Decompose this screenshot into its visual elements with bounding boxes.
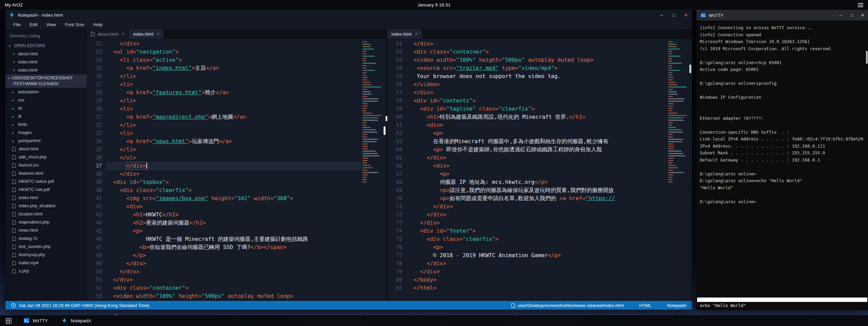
- code-area[interactable]: </div> <ul id="navigation"> <li class="a…: [107, 40, 361, 301]
- code-line[interactable]: <div class="clearfix">: [107, 186, 361, 194]
- notepada-titlebar[interactable]: NotepadA - index.html ─ □ ✕: [5, 10, 692, 20]
- folder-item[interactable]: ▸dl: [5, 112, 87, 120]
- code-line[interactable]: <a href="features.html">簡介</a>: [107, 89, 361, 97]
- code-area[interactable]: </div> <div class="container"> <video wi…: [407, 40, 667, 301]
- file-item[interactable]: index.html: [5, 194, 87, 202]
- code-line[interactable]: <img src="images/box.png" height="342" w…: [107, 194, 361, 203]
- file-item[interactable]: add_vhost.php: [5, 153, 87, 161]
- code-line[interactable]: </div>: [407, 40, 667, 48]
- code-line[interactable]: <div>: [407, 162, 667, 170]
- code-line[interactable]: </div>: [107, 260, 361, 268]
- wstty-titlebar[interactable]: WsTTY ─ □ ✕: [696, 10, 868, 21]
- code-line[interactable]: <li class="active">: [107, 56, 361, 64]
- tab-index.html[interactable]: index.html✕: [129, 30, 164, 39]
- code-line[interactable]: </p>: [107, 251, 361, 260]
- close-button[interactable]: ✕: [680, 10, 692, 20]
- code-line[interactable]: </div>: [407, 219, 667, 227]
- code-line[interactable]: 在香港的Minecraft 伺服器中,多為小遊戲和純生存的伺服器,較少擁有: [407, 137, 667, 146]
- code-line[interactable]: <div id="contents">: [407, 97, 667, 105]
- file-item[interactable]: about.html: [5, 145, 87, 153]
- code-line[interactable]: © 2018 - 2019 HKWTC Animation Gamer</p>: [407, 251, 667, 260]
- close-file-icon[interactable]: ✕: [12, 68, 16, 73]
- minimize-button[interactable]: ─: [655, 10, 668, 20]
- code-line[interactable]: <p>: [407, 170, 667, 178]
- code-line[interactable]: 伺服器 IP 地址為: mcs.hkwtc.org</p>: [407, 178, 667, 186]
- editor-right[interactable]: 5152535455565758596061626364656667686970…: [387, 39, 692, 301]
- file-item[interactable]: trailer.mp4: [5, 259, 87, 267]
- code-line[interactable]: </li>: [107, 121, 361, 129]
- code-line[interactable]: </li>: [107, 72, 361, 80]
- code-line[interactable]: </div>: [407, 154, 667, 162]
- menu-view[interactable]: View: [42, 22, 60, 27]
- code-line[interactable]: </div>: [407, 211, 667, 219]
- folder-item[interactable]: ▸autostation: [5, 88, 87, 96]
- code-line[interactable]: <div>: [407, 121, 667, 129]
- maximize-button[interactable]: □: [846, 10, 857, 21]
- file-item[interactable]: index.php_disabled: [5, 202, 87, 210]
- close-button[interactable]: ✕: [857, 10, 868, 21]
- code-line[interactable]: </div>: [407, 203, 667, 211]
- minimap-left[interactable]: [361, 40, 386, 301]
- code-line[interactable]: </li>: [107, 97, 361, 105]
- code-line[interactable]: <p>: [407, 129, 667, 137]
- open-editor-item[interactable]: ✕about.html: [5, 50, 87, 58]
- code-line[interactable]: </div>: [107, 162, 361, 170]
- editor-left[interactable]: 2223242526272829303132333435363738394041…: [87, 39, 386, 301]
- folder-item[interactable]: ▸yamlyamlml: [5, 137, 87, 145]
- scrollbar-thumb[interactable]: [689, 64, 691, 73]
- maximize-button[interactable]: □: [668, 10, 680, 20]
- code-line[interactable]: </body>: [407, 276, 667, 284]
- close-file-icon[interactable]: ✕: [12, 52, 16, 56]
- taskbar-item-wstty[interactable]: WsTTY: [17, 315, 55, 326]
- code-line[interactable]: <li>: [107, 129, 361, 137]
- code-line[interactable]: <video width="100%" height="500px" autop…: [107, 292, 361, 300]
- code-line[interactable]: <a href="mapredirect.php">網上地圖</a>: [107, 113, 361, 121]
- file-item[interactable]: features.html: [5, 169, 87, 177]
- code-line[interactable]: <div class="container">: [407, 48, 667, 56]
- code-line[interactable]: </div>: [107, 276, 361, 284]
- hamburger-menu-icon[interactable]: [858, 3, 863, 7]
- code-line[interactable]: <p>: [107, 227, 361, 235]
- open-editors-section[interactable]: ▾ OPEN EDITORS: [5, 42, 87, 50]
- terminal-input-bar[interactable]: [697, 298, 867, 302]
- code-line[interactable]: <p> 即使你不是建築師,你也能透過紅石師或鐵路工程師的身份加入我: [407, 146, 667, 154]
- folder-item[interactable]: ▸dc: [5, 104, 87, 112]
- code-line[interactable]: <p>請注意,我們的伺服器為確保玩家及遊玩時的質素,我們對的服務開放: [407, 186, 667, 194]
- file-item[interactable]: HKWTC notice.pdf: [5, 177, 87, 186]
- file-item[interactable]: x.php: [5, 267, 87, 275]
- code-line[interactable]: </div>: [407, 260, 667, 268]
- menu-edit[interactable]: Edit: [25, 22, 42, 27]
- file-item[interactable]: test_sockets.php: [5, 243, 87, 251]
- scrollbar-thumb[interactable]: [384, 126, 386, 135]
- code-line[interactable]: <a href="news.html">玩家傳送門</a>: [107, 137, 361, 146]
- code-line[interactable]: <h1>HKWTC</h1>: [107, 211, 361, 219]
- tab-close-icon[interactable]: ✕: [157, 32, 160, 36]
- code-line[interactable]: </li>: [107, 146, 361, 154]
- code-line[interactable]: </div>: [407, 268, 667, 276]
- code-line[interactable]: </div>: [107, 40, 361, 48]
- code-line[interactable]: <li>: [107, 80, 361, 89]
- open-editor-item[interactable]: ✕index.html: [5, 58, 87, 66]
- code-line[interactable]: </html>: [407, 284, 667, 292]
- code-line[interactable]: <source src="trailer.mp4" type="video/mp…: [407, 64, 667, 72]
- code-line[interactable]: Your browser does not support the video …: [407, 72, 667, 80]
- file-item[interactable]: news.html: [5, 226, 87, 234]
- code-line[interactable]: <ul id="navigation">: [107, 48, 361, 56]
- code-line[interactable]: <div>: [107, 203, 361, 211]
- folder-item[interactable]: ▸css: [5, 96, 87, 104]
- minimap-right[interactable]: [667, 40, 692, 301]
- code-line[interactable]: </ul>: [107, 154, 361, 162]
- code-line[interactable]: HKWTC 是一個 Minecraft 的建築伺服器,主要建築計劃包括鐵路: [107, 235, 361, 243]
- terminal-scrollbar-thumb[interactable]: [866, 51, 868, 64]
- code-line[interactable]: </div>: [107, 170, 361, 178]
- tab-index.html[interactable]: index.html✕: [387, 30, 422, 39]
- menu-font-size[interactable]: Font Size: [60, 22, 89, 27]
- folder-item[interactable]: ▸images: [5, 129, 87, 137]
- open-editor-item[interactable]: ✕index.html: [5, 66, 87, 74]
- terminal-output[interactable]: [info] Connecting to arozos WsTTY servic…: [700, 24, 867, 205]
- code-line[interactable]: <video width="100%" height="500px" autop…: [407, 56, 667, 64]
- file-item[interactable]: mapredirect.php: [5, 218, 87, 226]
- file-item[interactable]: favicon.ico: [5, 161, 87, 169]
- file-item[interactable]: testmysql.php: [5, 251, 87, 259]
- code-line[interactable]: <li>: [107, 105, 361, 113]
